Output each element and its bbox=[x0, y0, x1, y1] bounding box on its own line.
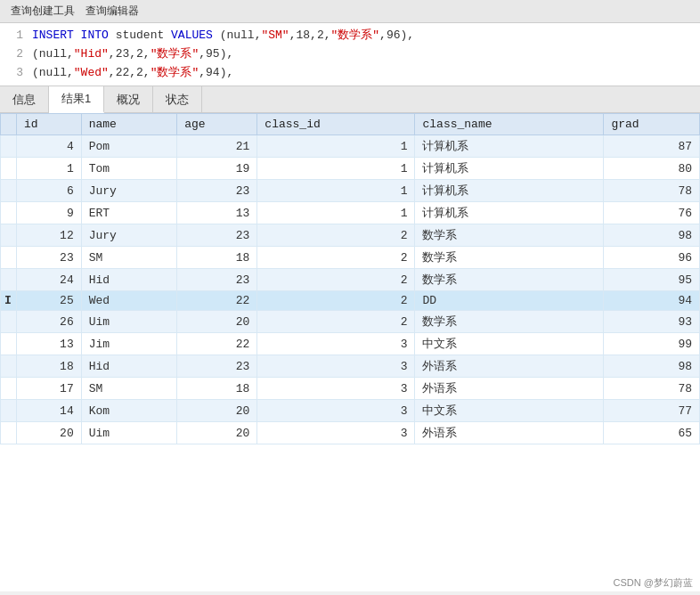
cell-class-id: 2 bbox=[257, 224, 415, 247]
cell-age: 23 bbox=[177, 269, 257, 291]
cell-class-name: 计算机系 bbox=[415, 202, 604, 224]
sql-token: ,95), bbox=[199, 47, 233, 61]
sql-line: 3(null,"Wed",22,2,"数学系",94), bbox=[0, 64, 700, 83]
cell-id: 26 bbox=[17, 311, 82, 333]
sql-token: ,18,2, bbox=[289, 29, 331, 42]
result-table: idnameageclass_idclass_namegrad 4Pom211计… bbox=[0, 113, 700, 444]
cell-class-id: 1 bbox=[257, 180, 415, 202]
cell-grad: 78 bbox=[604, 180, 700, 202]
cell-age: 13 bbox=[177, 202, 257, 224]
cell-class-name: 数学系 bbox=[415, 269, 604, 291]
cell-grad: 77 bbox=[604, 400, 700, 422]
table-row[interactable]: 12Jury232数学系98 bbox=[1, 224, 700, 247]
cell-name: Uim bbox=[81, 422, 177, 444]
cell-class-name: 外语系 bbox=[415, 355, 604, 378]
cell-id: 6 bbox=[17, 180, 82, 202]
table-row[interactable]: 20Uim203外语系65 bbox=[1, 422, 700, 444]
cell-name: Hid bbox=[81, 355, 177, 378]
line-number: 2 bbox=[5, 45, 23, 64]
cell-age: 22 bbox=[177, 333, 257, 355]
cell-age: 21 bbox=[177, 135, 257, 158]
sql-token: "数学系" bbox=[151, 47, 199, 61]
cell-name: Jury bbox=[81, 180, 177, 202]
cell-age: 20 bbox=[177, 311, 257, 333]
cell-id: 4 bbox=[17, 135, 82, 158]
cell-id: 24 bbox=[17, 269, 82, 291]
cell-class-id: 3 bbox=[257, 400, 415, 422]
sql-token: "Wed" bbox=[74, 66, 109, 79]
table-row[interactable]: 13Jim223中文系99 bbox=[1, 333, 700, 355]
cell-name: SM bbox=[81, 378, 177, 400]
sql-code: (null,"Wed",22,2,"数学系",94), bbox=[32, 64, 233, 83]
cell-name: ERT bbox=[81, 202, 177, 224]
table-row[interactable]: 23SM182数学系96 bbox=[1, 247, 700, 269]
tab-状态[interactable]: 状态 bbox=[153, 86, 202, 112]
cell-id: 25 bbox=[17, 291, 82, 311]
sql-code: INSERT INTO student VALUES (null,"SM",18… bbox=[32, 27, 414, 45]
sql-token: ,22,2, bbox=[109, 66, 151, 79]
table-row[interactable]: 18Hid233外语系98 bbox=[1, 355, 700, 378]
cell-grad: 65 bbox=[604, 422, 700, 444]
cell-grad: 80 bbox=[604, 158, 700, 180]
table-row[interactable]: 17SM183外语系78 bbox=[1, 378, 700, 400]
col-header-grad: grad bbox=[604, 114, 700, 135]
cell-class-id: 3 bbox=[257, 378, 415, 400]
col-header-id: id bbox=[17, 114, 82, 135]
cell-class-id: 2 bbox=[257, 311, 415, 333]
query-builder-btn[interactable]: 查询创建工具 bbox=[5, 2, 80, 20]
table-row[interactable]: 26Uim202数学系93 bbox=[1, 311, 700, 333]
sql-editor[interactable]: 1INSERT INTO student VALUES (null,"SM",1… bbox=[0, 23, 700, 86]
tab-概况[interactable]: 概况 bbox=[104, 86, 153, 112]
table-row[interactable]: I25Wed222DD94 bbox=[1, 291, 700, 311]
cell-id: 1 bbox=[17, 158, 82, 180]
sql-token: "SM" bbox=[261, 29, 289, 42]
cell-class-name: 计算机系 bbox=[415, 135, 604, 158]
col-header-name: name bbox=[81, 114, 177, 135]
row-indicator bbox=[1, 135, 17, 158]
row-indicator bbox=[1, 400, 17, 422]
line-number: 3 bbox=[5, 64, 23, 83]
tab-信息[interactable]: 信息 bbox=[0, 86, 49, 112]
cell-age: 22 bbox=[177, 291, 257, 311]
cell-class-name: 外语系 bbox=[415, 422, 604, 444]
cell-grad: 95 bbox=[604, 269, 700, 291]
table-row[interactable]: 1Tom191计算机系80 bbox=[1, 158, 700, 180]
query-editor-btn[interactable]: 查询编辑器 bbox=[80, 2, 144, 20]
cell-id: 9 bbox=[17, 202, 82, 224]
result-table-wrapper[interactable]: idnameageclass_idclass_namegrad 4Pom211计… bbox=[0, 113, 700, 591]
cell-class-id: 2 bbox=[257, 269, 415, 291]
sql-token: (null, bbox=[220, 29, 262, 42]
sql-token: (null, bbox=[32, 66, 74, 79]
cell-age: 23 bbox=[177, 224, 257, 247]
tab-结果1[interactable]: 结果1 bbox=[49, 86, 104, 113]
row-indicator bbox=[1, 269, 17, 291]
cell-class-name: 计算机系 bbox=[415, 180, 604, 202]
cell-class-name: 中文系 bbox=[415, 333, 604, 355]
cell-grad: 98 bbox=[604, 355, 700, 378]
col-header-class_id: class_id bbox=[257, 114, 415, 135]
cell-age: 23 bbox=[177, 180, 257, 202]
cell-grad: 78 bbox=[604, 378, 700, 400]
cell-name: Pom bbox=[81, 135, 177, 158]
cell-grad: 87 bbox=[604, 135, 700, 158]
cell-name: Kom bbox=[81, 400, 177, 422]
cell-id: 12 bbox=[17, 224, 82, 247]
cell-name: Hid bbox=[81, 269, 177, 291]
cell-grad: 96 bbox=[604, 247, 700, 269]
cell-name: Tom bbox=[81, 158, 177, 180]
sql-token: ,94), bbox=[199, 66, 233, 79]
row-indicator bbox=[1, 158, 17, 180]
cell-class-name: 数学系 bbox=[415, 247, 604, 269]
table-row[interactable]: 14Kom203中文系77 bbox=[1, 400, 700, 422]
sql-token: (null, bbox=[32, 47, 74, 61]
cell-name: Jury bbox=[81, 224, 177, 247]
table-row[interactable]: 9ERT131计算机系76 bbox=[1, 202, 700, 224]
table-row[interactable]: 24Hid232数学系95 bbox=[1, 269, 700, 291]
table-row[interactable]: 6Jury231计算机系78 bbox=[1, 180, 700, 202]
col-indicator bbox=[1, 114, 17, 135]
row-indicator bbox=[1, 333, 17, 355]
tabs-bar: 信息结果1概况状态 bbox=[0, 86, 700, 113]
table-row[interactable]: 4Pom211计算机系87 bbox=[1, 135, 700, 158]
cell-age: 20 bbox=[177, 400, 257, 422]
cell-age: 18 bbox=[177, 378, 257, 400]
